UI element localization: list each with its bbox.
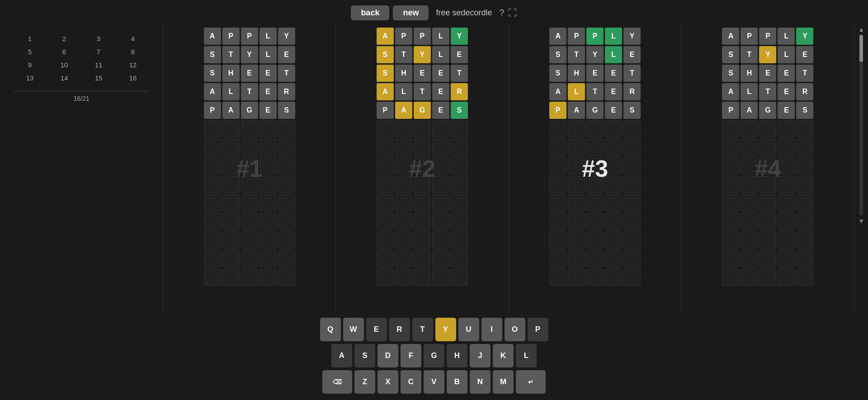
sidebar-num-2[interactable]: 2 (48, 33, 80, 44)
key-H[interactable]: H (447, 344, 467, 367)
sidebar-num-15[interactable]: 15 (82, 72, 115, 84)
key-P[interactable]: P (528, 318, 548, 341)
cell-4-0-1: P (741, 28, 758, 45)
empty-cell-3-2-4 (623, 157, 641, 174)
empty-cell-4-3-3 (778, 176, 795, 193)
scroll-up-icon[interactable]: ▲ (858, 26, 864, 33)
board-3-empty-row-4 (549, 194, 641, 212)
empty-cell-1-4-2 (241, 194, 258, 212)
sidebar-num-5[interactable]: 5 (14, 46, 46, 57)
key-Y[interactable]: Y (435, 318, 456, 341)
cell-2-0-4: Y (451, 28, 468, 45)
scroll-thumb (859, 35, 863, 62)
empty-cell-3-0-2 (586, 120, 604, 137)
sidebar-num-16[interactable]: 16 (117, 72, 149, 84)
board-3-row-0: APPLY (549, 28, 641, 45)
sidebar-progress: 16/21 (14, 95, 149, 102)
cell-4-1-2: Y (759, 46, 776, 63)
cell-2-4-4: S (451, 102, 468, 119)
sidebar-num-10[interactable]: 10 (48, 59, 80, 71)
board-2-row-1: STYLE (377, 46, 468, 63)
empty-cell-3-6-0 (549, 231, 566, 249)
key-L[interactable]: L (516, 344, 537, 367)
sidebar-num-9[interactable]: 9 (14, 59, 46, 71)
key-D[interactable]: D (377, 344, 398, 367)
back-button[interactable]: back (351, 5, 389, 20)
empty-cell-4-0-3 (778, 120, 795, 137)
key-V[interactable]: V (424, 370, 444, 394)
board-1-empty-row-8 (204, 268, 295, 286)
sidebar-num-7[interactable]: 7 (82, 46, 115, 57)
empty-cell-2-6-1 (395, 231, 412, 249)
empty-cell-2-2-2 (414, 157, 431, 174)
empty-cell-2-3-1 (395, 176, 412, 193)
key-Q[interactable]: Q (320, 318, 341, 341)
fullscreen-icon[interactable]: ⛶ (508, 8, 517, 18)
empty-cell-4-6-0 (722, 231, 739, 249)
key-B[interactable]: B (447, 370, 467, 394)
key-O[interactable]: O (505, 318, 525, 341)
cell-1-1-2: Y (241, 46, 258, 63)
scroll-bar[interactable] (859, 35, 863, 216)
key-R[interactable]: R (389, 318, 410, 341)
scroll-down-icon[interactable]: ▼ (858, 217, 864, 225)
key-backspace[interactable]: ⌫ (322, 370, 352, 394)
key-N[interactable]: N (470, 370, 491, 394)
empty-cell-4-1-2 (759, 139, 776, 156)
cell-1-2-2: E (241, 65, 258, 82)
cell-3-1-2: Y (586, 46, 604, 63)
new-button[interactable]: new (393, 5, 429, 20)
key-Z[interactable]: Z (354, 370, 375, 394)
empty-cell-1-3-1 (222, 176, 240, 193)
key-S[interactable]: S (354, 344, 375, 367)
help-icon[interactable]: ? (500, 8, 505, 18)
board-3-empty-row-0 (549, 120, 641, 137)
cell-1-4-0: P (204, 102, 221, 119)
key-K[interactable]: K (493, 344, 514, 367)
sidebar-num-6[interactable]: 6 (48, 46, 80, 57)
key-F[interactable]: F (401, 344, 421, 367)
sidebar-num-8[interactable]: 8 (117, 46, 149, 57)
empty-cell-3-5-3 (605, 213, 622, 230)
key-A[interactable]: A (331, 344, 352, 367)
key-J[interactable]: J (470, 344, 491, 367)
empty-cell-3-0-1 (568, 120, 585, 137)
cell-4-3-4: R (796, 83, 813, 100)
cell-4-2-1: H (741, 65, 758, 82)
sidebar-num-12[interactable]: 12 (117, 59, 149, 71)
key-X[interactable]: X (377, 370, 398, 394)
key-U[interactable]: U (458, 318, 479, 341)
empty-cell-4-5-0 (722, 213, 739, 230)
empty-cell-3-5-4 (623, 213, 641, 230)
key-enter[interactable]: ↵ (516, 370, 546, 394)
cell-3-3-1: L (568, 83, 585, 100)
cell-3-1-4: E (623, 46, 641, 63)
key-C[interactable]: C (401, 370, 421, 394)
header: back new free sedecordle ? ⛶ (351, 2, 517, 24)
sidebar-num-14[interactable]: 14 (48, 72, 80, 84)
key-I[interactable]: I (481, 318, 502, 341)
empty-cell-3-1-2 (586, 139, 604, 156)
empty-cell-3-2-3 (605, 157, 622, 174)
sidebar-num-11[interactable]: 11 (82, 59, 115, 71)
board-1-row-3: ALTER (204, 83, 295, 100)
empty-cell-4-7-2 (759, 250, 776, 267)
key-M[interactable]: M (493, 370, 514, 394)
sidebar-num-1[interactable]: 1 (14, 33, 46, 44)
board-4-row-2: SHEET (722, 65, 813, 82)
cell-2-4-2: G (414, 102, 431, 119)
key-G[interactable]: G (424, 344, 444, 367)
key-T[interactable]: T (412, 318, 433, 341)
sidebar-num-13[interactable]: 13 (14, 72, 46, 84)
cell-1-3-4: R (278, 83, 295, 100)
empty-cell-2-7-3 (432, 250, 449, 267)
key-W[interactable]: W (343, 318, 364, 341)
cell-3-0-4: Y (623, 28, 641, 45)
cell-2-4-3: E (432, 102, 449, 119)
sidebar-num-3[interactable]: 3 (82, 33, 115, 44)
key-E[interactable]: E (366, 318, 387, 341)
empty-cell-2-0-1 (395, 120, 412, 137)
board-2-empty-row-2 (377, 157, 468, 174)
cell-1-1-1: T (222, 46, 240, 63)
sidebar-num-4[interactable]: 4 (117, 33, 149, 44)
